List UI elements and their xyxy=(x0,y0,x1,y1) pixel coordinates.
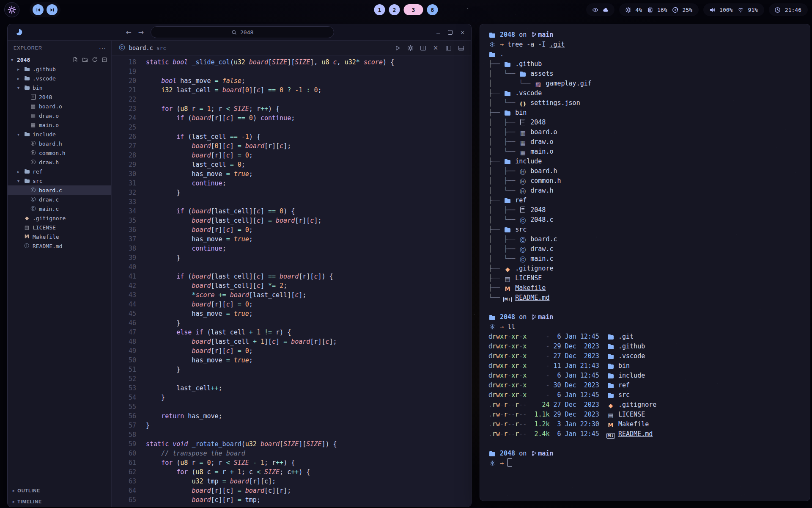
explorer-item-draw.h[interactable]: Ⓗdraw.h xyxy=(8,157,111,167)
code-line-40[interactable]: 40 xyxy=(112,262,471,272)
code-line-45[interactable]: 45 has_move = true; xyxy=(112,309,471,318)
timeline-panel-header[interactable]: ▸ TIMELINE xyxy=(8,496,111,507)
code-line-20[interactable]: 20 bool has_move = false; xyxy=(112,76,471,86)
breadcrumb[interactable]: Ⓒ board.c src xyxy=(118,44,166,52)
code-line-54[interactable]: 54 } xyxy=(112,393,471,402)
panel-left-icon[interactable] xyxy=(445,45,452,51)
code-line-46[interactable]: 46 } xyxy=(112,318,471,328)
code-line-48[interactable]: 48 board[last_cell + 1][c] = board[r][c]… xyxy=(112,337,471,346)
code-line-43[interactable]: 43 *score += board[last_cell][c]; xyxy=(112,290,471,300)
explorer-item-main.o[interactable]: ▦main.o xyxy=(8,120,111,130)
code-line-56[interactable]: 56 return has_move; xyxy=(112,411,471,421)
code-line-33[interactable]: 33 xyxy=(112,197,471,207)
maximize-button[interactable] xyxy=(448,30,453,35)
code-line-55[interactable]: 55 xyxy=(112,402,471,411)
explorer-item-board.c[interactable]: Ⓒboard.c xyxy=(8,185,111,195)
code-line-36[interactable]: 36 board[r][c] = 0; xyxy=(112,225,471,235)
code-line-62[interactable]: 62 for (u8 c = r + 1; c < SIZE; c++) { xyxy=(112,467,471,477)
explorer-item-main.c[interactable]: Ⓒmain.c xyxy=(8,204,111,213)
code-line-50[interactable]: 50 has_move = true; xyxy=(112,356,471,365)
code-line-34[interactable]: 34 if (board[last_cell][c] == 0) { xyxy=(112,207,471,216)
workspace-3[interactable]: 3 xyxy=(404,4,423,15)
code-line-18[interactable]: 18static bool _slide_col(u32 board[SIZE]… xyxy=(112,58,471,67)
new-folder-icon[interactable] xyxy=(82,57,88,63)
explorer-item-ref[interactable]: ▸ref xyxy=(8,167,111,176)
code-line-65[interactable]: 65 board[c][r] = tmp; xyxy=(112,495,471,505)
workspace-8[interactable]: 8 xyxy=(427,4,438,15)
explorer-item-board.h[interactable]: Ⓗboard.h xyxy=(8,139,111,148)
nav-back-button[interactable]: ← xyxy=(126,28,131,36)
minimize-button[interactable]: – xyxy=(436,29,440,36)
close-button[interactable]: × xyxy=(461,29,464,36)
module-clock[interactable]: 21:46 xyxy=(769,3,808,16)
module-audio-network[interactable]: 100%91% xyxy=(703,3,764,16)
explorer-item-LICENSE[interactable]: ▤LICENSE xyxy=(8,223,111,232)
code-line-27[interactable]: 27 board[0][c] = board[r][c]; xyxy=(112,141,471,151)
module-weather[interactable] xyxy=(586,3,614,16)
code-line-61[interactable]: 61 for (u8 r = 0; r < SIZE - 1; r++) { xyxy=(112,458,471,467)
explorer-item-draw.o[interactable]: ▦draw.o xyxy=(8,111,111,120)
code-line-63[interactable]: 63 u32 tmp = board[r][c]; xyxy=(112,477,471,486)
close-x-icon[interactable]: × xyxy=(432,44,439,52)
code-line-47[interactable]: 47 else if (last_cell + 1 != r) { xyxy=(112,328,471,337)
run-icon[interactable] xyxy=(394,45,401,51)
code-line-22[interactable]: 22 xyxy=(112,95,471,104)
code-line-42[interactable]: 42 board[last_cell][c] *= 2; xyxy=(112,281,471,290)
explorer-item-board.o[interactable]: ▦board.o xyxy=(8,102,111,111)
explorer-item-src[interactable]: ▾src xyxy=(8,176,111,185)
code-line-39[interactable]: 39 } xyxy=(112,253,471,262)
explorer-item-.gitignore[interactable]: ◆.gitignore xyxy=(8,213,111,223)
code-line-49[interactable]: 49 board[r][c] = 0; xyxy=(112,346,471,356)
explorer-item-bin[interactable]: ▾bin xyxy=(8,83,111,92)
code-line-29[interactable]: 29 last_cell = 0; xyxy=(112,160,471,169)
module-system[interactable]: 4%16%25% xyxy=(619,3,699,16)
terminal-window[interactable]: 2048 on main → tree -a -I .git .├── .git… xyxy=(480,24,810,501)
code-line-28[interactable]: 28 board[r][c] = 0; xyxy=(112,151,471,160)
code-line-24[interactable]: 24 if (board[r][c] == 0) continue; xyxy=(112,113,471,123)
nav-forward-button[interactable]: → xyxy=(138,28,144,36)
code-line-37[interactable]: 37 has_move = true; xyxy=(112,235,471,244)
launcher-button[interactable] xyxy=(4,2,19,17)
code-line-25[interactable]: 25 xyxy=(112,123,471,132)
code-line-64[interactable]: 64 board[r][c] = board[c][r]; xyxy=(112,486,471,495)
code-editor[interactable]: 18static bool _slide_col(u32 board[SIZE]… xyxy=(112,55,471,507)
refresh-icon[interactable] xyxy=(91,57,98,63)
workspace-1[interactable]: 1 xyxy=(374,4,385,15)
explorer-item-draw.c[interactable]: Ⓒdraw.c xyxy=(8,195,111,204)
code-line-38[interactable]: 38 continue; xyxy=(112,244,471,253)
skip-back-button[interactable] xyxy=(33,4,44,15)
explorer-item-README.md[interactable]: ⓘREADME.md xyxy=(8,241,111,251)
outline-panel-header[interactable]: ▸ OUTLINE xyxy=(8,485,111,496)
explorer-item-include[interactable]: ▾include xyxy=(8,130,111,139)
explorer-project-row[interactable]: ▾2048 xyxy=(8,55,111,64)
explorer-item-Makefile[interactable]: MMakefile xyxy=(8,232,111,241)
code-line-21[interactable]: 21 i32 last_cell = board[0][c] == 0 ? -1… xyxy=(112,86,471,95)
gear-icon[interactable] xyxy=(407,45,414,51)
collapse-all-icon[interactable] xyxy=(101,57,107,63)
code-line-32[interactable]: 32 } xyxy=(112,188,471,197)
code-line-51[interactable]: 51 } xyxy=(112,365,471,374)
code-line-23[interactable]: 23 for (u8 r = 1; r < SIZE; r++) { xyxy=(112,104,471,113)
code-line-57[interactable]: 57} xyxy=(112,421,471,430)
explorer-menu-button[interactable]: ··· xyxy=(99,44,106,51)
code-line-41[interactable]: 41 if (board[last_cell][c] == board[r][c… xyxy=(112,272,471,281)
code-line-53[interactable]: 53 last_cell++; xyxy=(112,384,471,393)
skip-forward-button[interactable] xyxy=(47,4,58,15)
explorer-item-common.h[interactable]: Ⓗcommon.h xyxy=(8,148,111,157)
panel-bottom-icon[interactable] xyxy=(458,45,464,51)
code-line-44[interactable]: 44 board[r][c] = 0; xyxy=(112,300,471,309)
workspace-2[interactable]: 2 xyxy=(389,4,400,15)
explorer-item-2048[interactable]: 2048 xyxy=(8,92,111,102)
code-line-58[interactable]: 58 xyxy=(112,430,471,439)
code-line-26[interactable]: 26 if (last_cell == -1) { xyxy=(112,132,471,141)
split-icon[interactable] xyxy=(420,45,426,51)
project-search-input[interactable]: 2048 xyxy=(151,26,334,38)
explorer-item-.github[interactable]: ▸.github xyxy=(8,64,111,74)
new-file-icon[interactable] xyxy=(72,57,78,63)
code-line-60[interactable]: 60 // transpose the board xyxy=(112,449,471,458)
code-line-19[interactable]: 19 xyxy=(112,67,471,76)
code-line-59[interactable]: 59static void _rotate_board(u32 board[SI… xyxy=(112,439,471,449)
code-line-31[interactable]: 31 continue; xyxy=(112,179,471,188)
code-line-52[interactable]: 52 xyxy=(112,374,471,384)
code-line-30[interactable]: 30 has_move = true; xyxy=(112,169,471,179)
